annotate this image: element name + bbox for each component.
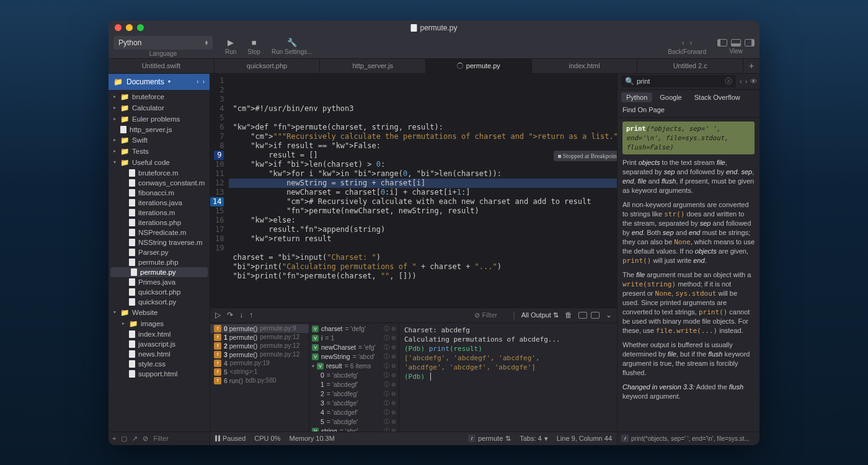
stop-button[interactable]: ■ Stop [247,38,260,55]
tree-file[interactable]: quicksort.py [108,297,210,307]
tab[interactable]: quicksort.php [215,59,321,73]
tree-folder[interactable]: ▾📁Useful code [108,157,210,168]
sidebar-root[interactable]: 📁 Documents ▾ ‹ › [108,74,210,90]
variables-panel[interactable]: Vcharset = 'defg'ⓘ ⊖Vi = 1ⓘ ⊖VnewCharset… [309,323,399,432]
code-line[interactable]: newCharset = charset[0:i] + charset[i+1:… [229,188,617,197]
tree-file[interactable]: Primes.java [108,277,210,287]
tree-file[interactable]: iterations.php [108,218,210,228]
prev-result-icon[interactable]: ‹ [740,78,742,86]
stack-frame[interactable]: f0 permute() permute.py:9 [210,324,309,333]
disclosure-icon[interactable]: ▸ [112,137,117,143]
var-actions[interactable]: ⓘ ⊖ [384,362,396,370]
code-line[interactable]: charset = "bi">input("Charset: ") [229,253,617,262]
code-line[interactable]: "kw">return result [229,234,617,244]
stack-frame[interactable]: f4 permute.py:19 [210,359,309,368]
docs-tab[interactable]: Google [655,92,686,102]
tree-file[interactable]: iterations.m [108,208,210,218]
tree-file[interactable]: permute.py [110,267,208,277]
tree-file[interactable]: iterations.java [108,198,210,208]
forward-button[interactable]: › [689,38,692,47]
run-button[interactable]: ▶ Run [225,38,236,55]
tree-folder[interactable]: ▸📁bruteforce [108,91,210,102]
tree-file[interactable]: quicksort.php [108,287,210,297]
variable-row[interactable]: Vcharset = 'defg'ⓘ ⊖ [309,324,399,334]
code-line[interactable]: "kw">for i "kw">in "bi">range(0, "bi">le… [229,169,617,179]
docs-search-field[interactable] [637,78,722,85]
titlebar[interactable]: permute.py [108,20,760,35]
tree-file[interactable]: style.css [108,359,210,369]
var-actions[interactable]: ⓘ ⊖ [384,381,396,389]
code-line[interactable]: "bi">print("Calculating permutations of … [229,262,617,272]
tree-folder[interactable]: ▸📁Calculator [108,102,210,113]
tree-folder[interactable]: ▾📁Website [108,307,210,318]
variable-row[interactable]: Vi = 1ⓘ ⊖ [309,334,399,343]
language-select[interactable]: Python ▴▾ [113,36,213,50]
var-actions[interactable]: ⓘ ⊖ [384,399,396,407]
disclosure-icon[interactable]: ▾ [112,309,117,315]
code-line[interactable]: "kw">if "bi">len(charset) > 0: [229,160,617,169]
tree-file[interactable]: permute.php [108,257,210,267]
code-line[interactable]: "fn">permute(newCharset, newString, resu… [229,206,617,216]
tree-folder[interactable]: ▸📁Tests [108,146,210,157]
code-line[interactable]: "kw">if result == "kw">False: [229,141,617,151]
docs-tab[interactable]: Python [621,92,652,102]
step-over-icon[interactable]: ↷ [227,311,233,319]
variable-row[interactable]: 1 = 'abcdegf'ⓘ ⊖ [309,380,399,389]
back-button[interactable]: ‹ [682,38,684,47]
output-mode-select[interactable]: All Output ⇅ [521,311,559,319]
disclosure-icon[interactable]: ▾ [312,363,314,369]
breakpoint-marker[interactable]: 9 [214,151,224,160]
code-line[interactable]: "kw">else: [229,216,617,225]
var-actions[interactable]: ⓘ ⊖ [384,334,396,342]
var-actions[interactable]: ⓘ ⊖ [384,418,396,426]
sidebar-back-icon[interactable]: ‹ [197,78,198,85]
trash-icon[interactable]: 🗑 [565,311,572,319]
breakpoint-marker[interactable]: 14 [210,197,224,206]
debug-console[interactable]: Charset: abcdefgCalculating permutations… [399,323,617,432]
tree-file[interactable]: NSString traverse.m [108,237,210,247]
stack-frame[interactable]: f3 permute() permute.py:12 [210,350,309,359]
tree-file[interactable]: index.html [108,329,210,339]
tree-file[interactable]: support.html [108,369,210,379]
sidebar-forward-icon[interactable]: › [203,78,205,85]
disclosure-icon[interactable]: ▾ [112,159,117,165]
stack-frame[interactable]: f6 run() bdb.py:580 [210,376,309,385]
debug-filter-input[interactable] [482,311,507,319]
close-icon[interactable] [115,24,122,31]
disclosure-icon[interactable]: ▸ [112,116,117,122]
var-actions[interactable]: ⓘ ⊖ [384,427,396,432]
tab[interactable]: http_server.js [320,59,426,73]
tab[interactable]: permute.py [426,59,532,73]
clear-icon[interactable]: ⓧ [725,76,732,87]
tree-folder[interactable]: ▸📁Swift [108,135,210,146]
variable-row[interactable]: 0 = 'abcdefg'ⓘ ⊖ [309,371,399,380]
var-actions[interactable]: ⓘ ⊖ [384,409,396,417]
tree-file[interactable]: http_server.js [108,125,210,135]
code-line[interactable]: "cm"># Recursively calculate with each n… [229,197,617,206]
variable-row[interactable]: 3 = 'abcdfge'ⓘ ⊖ [309,399,399,408]
panel-left-icon[interactable] [578,312,587,319]
symbol-indicator[interactable]: f permute ⇅ [468,435,511,443]
var-actions[interactable]: ⓘ ⊖ [384,343,396,352]
disclosure-icon[interactable]: ▸ [112,148,117,154]
new-tab-button[interactable]: + [743,59,760,73]
reveal-icon[interactable]: ↗ [132,435,138,443]
code-editor[interactable]: 12345678910111213141516171819 ■ Stopped … [210,74,617,308]
step-out-icon[interactable]: ↑ [249,311,253,319]
tree-file[interactable]: NSPredicate.m [108,228,210,237]
variable-row[interactable]: 5 = 'abcdgfe'ⓘ ⊖ [309,417,399,427]
tree-file[interactable]: Parser.py [108,247,210,257]
tree-folder[interactable]: ▸📁images [108,318,210,329]
tree-file[interactable]: javascript.js [108,339,210,349]
code-line[interactable]: newString = string + charset[i] [229,179,617,188]
variable-row[interactable]: 2 = 'abcdfeg'ⓘ ⊖ [309,389,399,399]
var-actions[interactable]: ⓘ ⊖ [384,390,396,398]
code-line[interactable]: "bi">print("fn">permute(charset, "", [])… [229,272,617,281]
eye-icon[interactable]: 👁 [750,78,757,86]
variable-row[interactable]: Vstring = 'abc'ⓘ ⊖ [309,427,399,432]
maximize-icon[interactable] [137,24,144,31]
variable-row[interactable]: VnewString = 'abcd'ⓘ ⊖ [309,352,399,361]
tree-file[interactable]: bruteforce.m [108,168,210,178]
tree-folder[interactable]: ▸📁Euler problems [108,113,210,125]
var-actions[interactable]: ⓘ ⊖ [384,371,396,379]
